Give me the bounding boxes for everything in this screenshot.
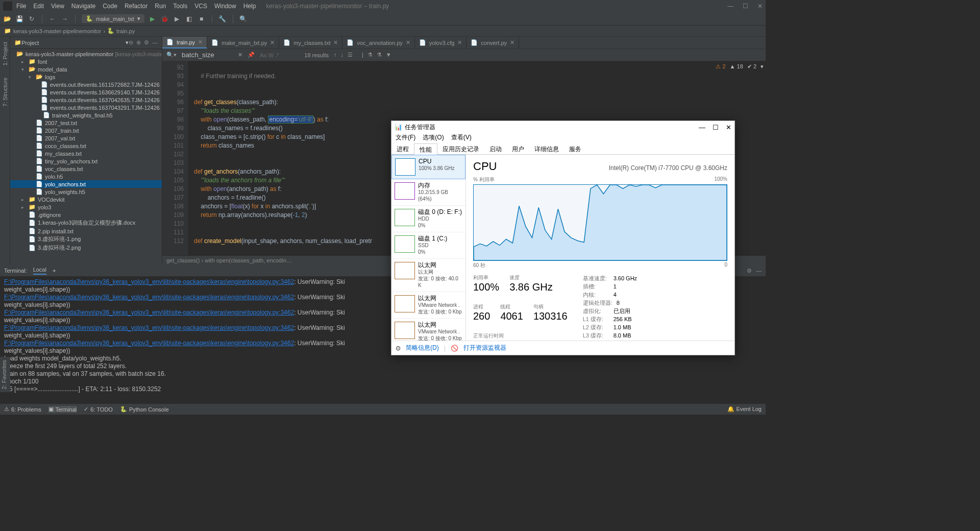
perf-item-disk[interactable]: 磁盘 0 (D: E: F:)HDD0% [391,206,465,232]
close-icon[interactable]: ✕ [757,3,763,10]
tree-item[interactable]: 📄2007_test.txt [10,119,162,127]
menu-navigate[interactable]: Navigate [71,3,95,10]
maximize-icon[interactable]: ☐ [743,3,748,10]
coverage-icon[interactable]: ▶ [173,15,181,23]
taskmgr-tab[interactable]: 服务 [564,143,586,154]
tree-item[interactable]: ▸📁yolo3 [10,203,162,211]
terminal-tab-local[interactable]: Local [33,267,46,275]
menu-view[interactable]: View [51,3,64,10]
perf-item-cpu[interactable]: CPU100% 3.86 GHz [391,155,465,179]
select-all-icon[interactable]: ☰ [348,52,353,58]
menu-help[interactable]: Help [243,3,256,10]
collapse-icon[interactable]: ⊖ [129,39,133,46]
tree-item[interactable]: 📄yolo_weights.h5 [10,188,162,196]
debug-icon[interactable]: 🐞 [161,15,169,23]
menu-refactor[interactable]: Refactor [125,3,148,10]
taskmgr-menu-item[interactable]: 选项(O) [423,133,444,143]
project-tree[interactable]: 📂keras-yolo3-master-pipelinemonitor [ker… [10,49,162,264]
side-tab[interactable]: 1: Project [1,39,9,68]
open-icon[interactable]: 📂 [3,15,11,23]
open-resource-monitor-link[interactable]: 打开资源监视器 [463,344,506,352]
taskmgr-tab[interactable]: 启动 [484,143,507,154]
tree-item[interactable]: 📄events.out.tfevents.1637043291.TJM-1242… [10,104,162,111]
hide-icon[interactable]: — [756,268,762,274]
tree-item[interactable]: ▾📂logs [10,73,162,81]
tree-item[interactable]: 📄voc_classes.txt [10,165,162,173]
taskmgr-menu-item[interactable]: 查看(V) [451,133,472,143]
taskmgr-tab[interactable]: 进程 [391,143,414,154]
taskmgr-tab[interactable]: 详细信息 [529,143,564,154]
breadcrumb-root[interactable]: 📁keras-yolo3-master-pipelinemonitor [4,28,101,34]
taskmgr-tab[interactable]: 性能 [414,143,437,155]
search-input[interactable] [182,51,233,59]
tool-window-tab[interactable]: ▣Terminal [48,406,77,413]
tree-item[interactable]: ▾📂model_data [10,65,162,73]
tree-item[interactable]: 📄2.pip install.txt [10,227,162,235]
close-tab-icon[interactable]: ✕ [457,39,462,46]
tree-item[interactable]: 📄coco_classes.txt [10,142,162,150]
menu-run[interactable]: Run [155,3,166,10]
tree-item[interactable]: 📄3.虚拟环境-1.png [10,235,162,244]
save-icon[interactable]: 💾 [15,15,23,23]
close-tab-icon[interactable]: ✕ [510,39,514,46]
taskmgr-tab[interactable]: 应用历史记录 [437,143,484,154]
tree-item[interactable]: 📄trained_weights_final.h5 [10,111,162,119]
tool-window-tab[interactable]: ✓6: TODO [84,406,113,413]
editor-tab[interactable]: 📄convert.py✕ [467,37,519,49]
breadcrumb-file[interactable]: 🐍train.py [107,28,135,34]
taskmgr-tab[interactable]: 用户 [507,143,529,154]
perf-item-disk[interactable]: 磁盘 1 (C:)SSD0% [391,232,465,259]
tree-item[interactable]: 📄2007_val.txt [10,134,162,142]
refresh-icon[interactable]: ↻ [28,15,36,23]
close-tab-icon[interactable]: ✕ [198,39,203,45]
tree-item[interactable]: ▸📁VOCdevkit [10,196,162,203]
tree-item[interactable]: 📄events.out.tfevents.1637042635.TJM-1242… [10,96,162,104]
tree-item[interactable]: 📄2007_train.txt [10,127,162,134]
tree-item[interactable]: 📄my_classes.txt [10,150,162,157]
profile-icon[interactable]: ◧ [185,15,193,23]
next-match-icon[interactable]: ↓ [341,52,344,58]
taskmgr-menu-item[interactable]: 文件(F) [396,133,415,143]
tree-item[interactable]: 📄.gitignore [10,211,162,219]
close-tab-icon[interactable]: ✕ [406,39,410,46]
menu-vcs[interactable]: VCS [194,3,207,10]
target-icon[interactable]: ⊕ [136,39,141,46]
tree-item[interactable]: 📄events.out.tfevents.1611572682.TJM-1242… [10,81,162,88]
taskmgr-perf-list[interactable]: CPU100% 3.86 GHz内存10.2/15.9 GB (64%)磁盘 0… [391,155,466,341]
tree-item[interactable]: 📄tiny_yolo_anchors.txt [10,157,162,165]
perf-item-eth[interactable]: 以太网VMware Network .发送: 0 接收: 0 Kbp [391,292,465,319]
pin-icon[interactable]: 📌 [248,52,255,58]
favorites-tab[interactable]: 2: Favorites [0,357,8,392]
editor-tab[interactable]: 📄yolov3.cfg✕ [415,37,467,49]
tool-window-tab[interactable]: 🐍Python Console [120,406,169,413]
tree-item[interactable]: 📄yolo.h5 [10,173,162,180]
perf-item-mem[interactable]: 内存10.2/15.9 GB (64%) [391,179,465,206]
close-tab-icon[interactable]: ✕ [270,39,275,46]
filter-icon[interactable]: ⚗ [368,52,373,58]
fewer-details-link[interactable]: 简略信息(D) [406,344,439,352]
side-tab[interactable]: 7: Structure [1,75,9,110]
tree-item[interactable]: 📄events.out.tfevents.1636629140.TJM-1242… [10,88,162,96]
close-tab-icon[interactable]: ✕ [333,39,338,46]
add-terminal-button[interactable]: + [53,268,56,274]
filter2-icon[interactable]: ⚗ [377,52,382,58]
hide-icon[interactable]: — [152,39,158,46]
menu-file[interactable]: File [16,3,26,10]
gear-icon[interactable]: ⚙ [747,268,752,274]
tree-item[interactable]: ▸📁font [10,58,162,65]
search-icon[interactable]: 🔍 [239,15,248,23]
run-config-dropdown[interactable]: 🐍 make_main_txt ▾ [82,14,144,23]
git-icon[interactable]: 🔧 [218,15,227,23]
clear-icon[interactable]: ✕ [238,52,242,58]
forward-icon[interactable]: → [61,15,69,23]
menu-window[interactable]: Window [214,3,236,10]
prev-match-icon[interactable]: ↑ [334,52,337,58]
tree-item[interactable]: 📂keras-yolo3-master-pipelinemonitor [ker… [10,50,162,58]
perf-item-eth[interactable]: 以太网VMware Network .发送: 0 接收: 0 Kbp [391,319,465,341]
maximize-icon[interactable]: ☐ [713,124,719,131]
menu-code[interactable]: Code [103,3,117,10]
tool-window-tab[interactable]: ⚠6: Problems [4,406,41,413]
perf-item-eth[interactable]: 以太网以太网发送: 0 接收: 40.0 K [391,259,465,292]
inspection-indicators[interactable]: ⚠ 2 ▲ 18 ✔ 2 ▾ [716,63,764,70]
menu-edit[interactable]: Edit [33,3,44,10]
